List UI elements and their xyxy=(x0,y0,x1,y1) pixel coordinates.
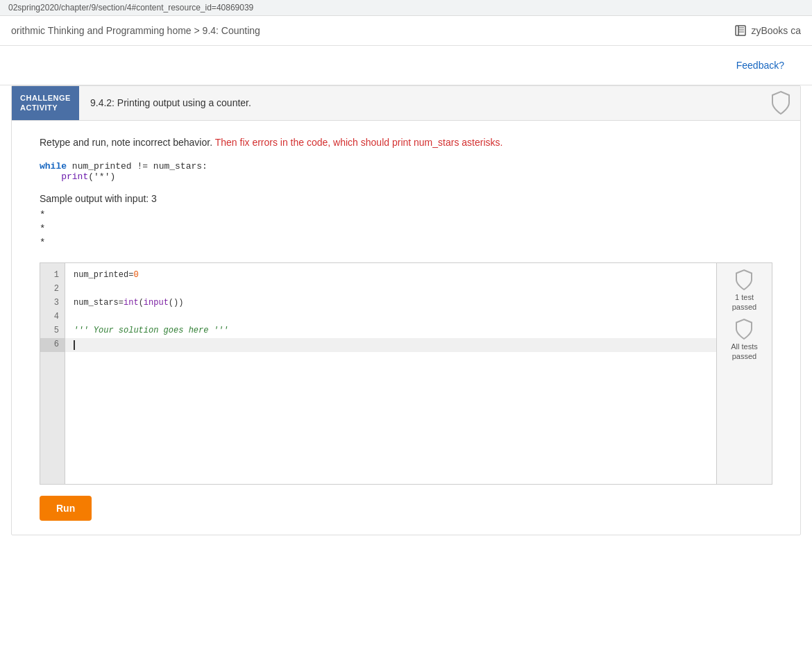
editor-side-badges: 1 testpassed All testspassed xyxy=(716,263,772,484)
test-shield-icon-2 xyxy=(734,318,754,340)
test-shield-icon-1 xyxy=(734,269,754,291)
sample-output-label: Sample output with input: 3 xyxy=(40,193,772,204)
test-passed-label-1: 1 testpassed xyxy=(732,292,756,312)
line-num-6: 6 xyxy=(40,338,65,352)
line-num-5: 5 xyxy=(40,324,65,338)
code-line-4 xyxy=(65,310,716,324)
challenge-label: CHALLENGE ACTIVITY xyxy=(12,86,79,120)
sample-star-2: * xyxy=(40,224,772,235)
code-lines[interactable]: num_printed = 0 num_stars = int(input())… xyxy=(65,263,716,484)
code-snippet: while num_printed != num_stars: print('*… xyxy=(40,161,772,182)
code-line-2 xyxy=(65,283,716,296)
challenge-shield-icon xyxy=(770,90,792,115)
book-icon xyxy=(734,24,747,37)
line-num-2: 2 xyxy=(40,283,65,296)
line-numbers: 1 2 3 4 5 6 xyxy=(40,263,65,484)
zybooks-logo: zyBooks ca xyxy=(734,24,801,37)
challenge-title: 9.4.2: Printing output using a counter. xyxy=(79,90,770,115)
test-passed-label-2: All testspassed xyxy=(731,342,758,362)
code-line-6[interactable] xyxy=(65,338,716,352)
challenge-panel: CHALLENGE ACTIVITY 9.4.2: Printing outpu… xyxy=(11,85,801,535)
content-area: Retype and run, note incorrect behavior.… xyxy=(12,121,800,535)
challenge-header: CHALLENGE ACTIVITY 9.4.2: Printing outpu… xyxy=(12,86,800,121)
breadcrumb-bar: orithmic Thinking and Programming home >… xyxy=(0,16,812,46)
code-line-3: num_stars = int(input()) xyxy=(65,296,716,310)
line-num-4: 4 xyxy=(40,310,65,324)
line-num-3: 3 xyxy=(40,296,65,310)
sample-star-1: * xyxy=(40,210,772,221)
feedback-section: Feedback? xyxy=(0,46,812,85)
url-bar: 02spring2020/chapter/9/section/4#content… xyxy=(0,0,812,16)
instruction-text: Retype and run, note incorrect behavior.… xyxy=(40,135,772,150)
line-num-1: 1 xyxy=(40,269,65,283)
feedback-link[interactable]: Feedback? xyxy=(28,60,784,71)
run-button[interactable]: Run xyxy=(40,496,92,521)
error-text: Then fix errors in the code, which shoul… xyxy=(215,137,503,148)
sample-star-3: * xyxy=(40,237,772,249)
code-editor: 1 2 3 4 5 6 num_printed = 0 num_stars = … xyxy=(40,262,772,485)
code-line-1: num_printed = 0 xyxy=(65,269,716,283)
code-line-5: ''' Your solution goes here ''' xyxy=(65,324,716,338)
breadcrumb: orithmic Thinking and Programming home >… xyxy=(11,25,260,36)
test-badge-2: All testspassed xyxy=(731,318,758,362)
svg-rect-0 xyxy=(736,26,745,35)
test-badge-1: 1 testpassed xyxy=(732,269,756,312)
